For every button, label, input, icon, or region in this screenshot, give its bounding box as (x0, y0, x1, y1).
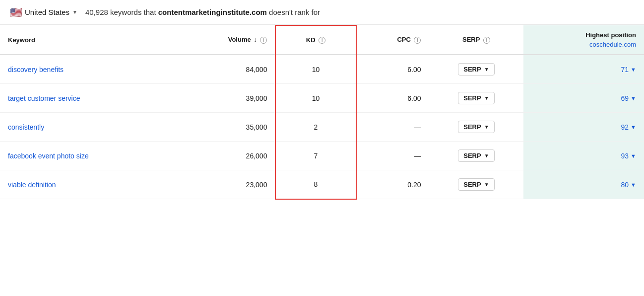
position-value: 80▼ (621, 181, 636, 189)
serp-cell: SERP▼ (429, 170, 523, 199)
volume-header: Volume ↓ i (175, 25, 276, 55)
position-number: 71 (621, 66, 629, 74)
position-cell: 80▼ (523, 170, 644, 199)
suffix-text: doesn't rank for (267, 8, 320, 16)
keywords-table: Keyword Volume ↓ i KD i CPC i SERP i (0, 25, 644, 200)
serp-dropdown-button[interactable]: SERP▼ (458, 149, 494, 162)
volume-cell: 26,000 (175, 142, 276, 170)
keyword-cell[interactable]: discovery benefits (0, 55, 175, 84)
position-number: 69 (621, 94, 629, 102)
cpc-cell: — (356, 142, 429, 170)
serp-dropdown-button[interactable]: SERP▼ (458, 63, 494, 75)
chevron-down-icon: ▼ (72, 9, 77, 15)
position-caret-icon: ▼ (631, 124, 636, 130)
header-bar: 🇺🇸 United States ▼ 40,928 keywords that … (0, 0, 644, 25)
header-description: 40,928 keywords that contentmarketingins… (85, 8, 320, 16)
serp-caret-icon: ▼ (484, 67, 489, 72)
serp-label: SERP (463, 181, 481, 188)
position-cell: 69▼ (523, 84, 644, 113)
serp-caret-icon: ▼ (484, 95, 489, 101)
description-text: keywords that (108, 8, 158, 16)
position-cell: 92▼ (523, 113, 644, 142)
table-row: discovery benefits84,000106.00SERP▼71▼ (0, 55, 644, 84)
keyword-cell[interactable]: consistently (0, 113, 175, 142)
position-caret-icon: ▼ (631, 153, 636, 159)
kd-cell: 7 (275, 142, 356, 170)
position-caret-icon: ▼ (631, 95, 636, 101)
serp-dropdown-button[interactable]: SERP▼ (458, 92, 494, 104)
keyword-header: Keyword (0, 25, 175, 55)
cpc-cell: 0.20 (356, 170, 429, 199)
table-body: discovery benefits84,000106.00SERP▼71▼ta… (0, 55, 644, 199)
serp-label: SERP (463, 152, 481, 159)
highest-position-header: Highest position coschedule.com (523, 25, 644, 55)
position-number: 93 (621, 152, 629, 160)
serp-caret-icon: ▼ (484, 153, 489, 158)
kd-header: KD i (275, 25, 356, 55)
serp-caret-icon: ▼ (484, 182, 489, 187)
serp-label: SERP (463, 66, 481, 73)
keywords-count: 40,928 (85, 8, 108, 16)
serp-dropdown-button[interactable]: SERP▼ (458, 121, 494, 133)
table-row: target customer service39,000106.00SERP▼… (0, 84, 644, 113)
position-value: 71▼ (621, 66, 636, 74)
kd-cell: 2 (275, 113, 356, 142)
domain-name: contentmarketinginstitute.com (158, 8, 267, 16)
kd-cell: 10 (275, 55, 356, 84)
keyword-cell[interactable]: facebook event photo size (0, 142, 175, 170)
cpc-header: CPC i (356, 25, 429, 55)
position-value: 69▼ (621, 94, 636, 102)
serp-cell: SERP▼ (429, 84, 523, 113)
position-number: 92 (621, 123, 629, 131)
volume-cell: 35,000 (175, 113, 276, 142)
keyword-cell[interactable]: viable definition (0, 170, 175, 199)
position-caret-icon: ▼ (631, 182, 636, 188)
cpc-cell: — (356, 113, 429, 142)
flag-icon: 🇺🇸 (10, 8, 22, 16)
cpc-cell: 6.00 (356, 84, 429, 113)
serp-cell: SERP▼ (429, 113, 523, 142)
serp-cell: SERP▼ (429, 142, 523, 170)
volume-cell: 39,000 (175, 84, 276, 113)
serp-label: SERP (463, 94, 481, 102)
serp-dropdown-button[interactable]: SERP▼ (458, 178, 494, 191)
table-header-row: Keyword Volume ↓ i KD i CPC i SERP i (0, 25, 644, 55)
position-number: 80 (621, 181, 629, 189)
sort-down-icon[interactable]: ↓ (254, 36, 257, 43)
position-value: 93▼ (621, 152, 636, 160)
volume-cell: 23,000 (175, 170, 276, 199)
cpc-info-icon[interactable]: i (414, 37, 421, 44)
serp-info-icon[interactable]: i (483, 37, 490, 44)
volume-info-icon[interactable]: i (260, 37, 267, 44)
kd-cell: 8 (275, 170, 356, 199)
cpc-cell: 6.00 (356, 55, 429, 84)
position-cell: 93▼ (523, 142, 644, 170)
position-caret-icon: ▼ (631, 67, 636, 73)
serp-caret-icon: ▼ (484, 124, 489, 130)
country-selector[interactable]: 🇺🇸 United States ▼ (10, 8, 77, 16)
serp-label: SERP (463, 123, 481, 131)
table-container: Keyword Volume ↓ i KD i CPC i SERP i (0, 25, 644, 200)
table-row: consistently35,0002—SERP▼92▼ (0, 113, 644, 142)
position-value: 92▼ (621, 123, 636, 131)
serp-cell: SERP▼ (429, 55, 523, 84)
keyword-cell[interactable]: target customer service (0, 84, 175, 113)
table-row: facebook event photo size26,0007—SERP▼93… (0, 142, 644, 170)
table-row: viable definition23,00080.20SERP▼80▼ (0, 170, 644, 199)
kd-info-icon[interactable]: i (319, 37, 325, 44)
kd-cell: 10 (275, 84, 356, 113)
position-cell: 71▼ (523, 55, 644, 84)
serp-header: SERP i (429, 25, 523, 55)
volume-cell: 84,000 (175, 55, 276, 84)
country-name: United States (25, 8, 69, 16)
